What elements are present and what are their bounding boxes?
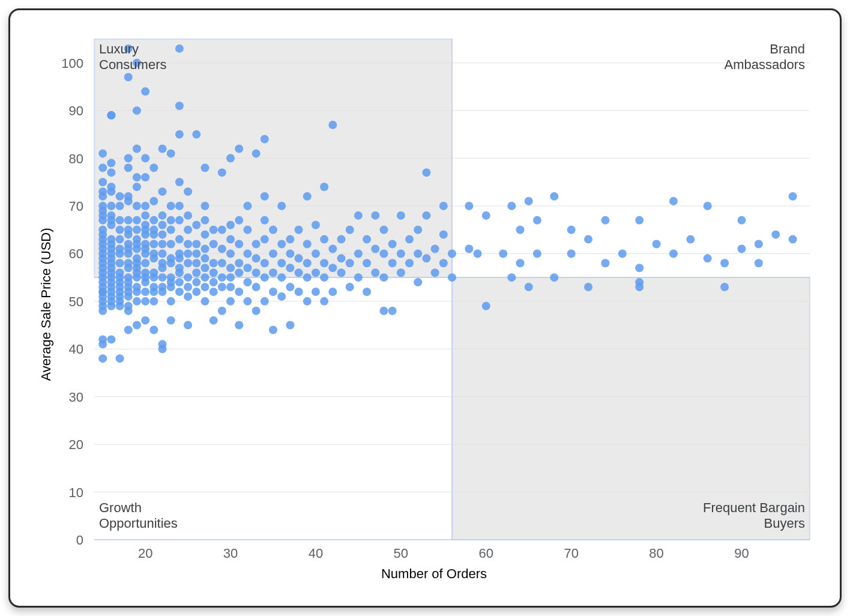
- svg-point-301: [312, 268, 320, 277]
- svg-point-321: [354, 211, 363, 220]
- y-tick-label: 50: [69, 294, 83, 309]
- svg-point-248: [226, 221, 235, 229]
- svg-point-110: [133, 297, 141, 306]
- svg-point-327: [371, 211, 379, 220]
- svg-point-369: [567, 249, 576, 258]
- svg-point-155: [149, 240, 158, 249]
- svg-point-198: [175, 101, 184, 110]
- svg-point-314: [337, 254, 346, 262]
- svg-point-263: [252, 307, 261, 315]
- svg-point-232: [209, 259, 218, 267]
- svg-point-62: [107, 211, 115, 220]
- svg-point-271: [261, 259, 269, 267]
- svg-point-120: [133, 235, 141, 244]
- y-tick-label: 40: [69, 342, 83, 357]
- svg-point-378: [635, 264, 644, 272]
- svg-point-67: [107, 159, 115, 168]
- svg-point-278: [269, 268, 277, 277]
- svg-point-138: [141, 240, 149, 249]
- svg-point-78: [116, 268, 124, 277]
- svg-point-70: [116, 354, 124, 363]
- svg-point-195: [175, 202, 184, 210]
- svg-point-325: [371, 268, 379, 277]
- svg-point-203: [184, 273, 192, 282]
- svg-point-41: [98, 178, 107, 186]
- svg-point-371: [584, 283, 592, 291]
- svg-point-176: [167, 297, 175, 306]
- svg-point-107: [124, 73, 133, 82]
- svg-point-324: [363, 235, 371, 244]
- x-tick-label: 60: [479, 546, 493, 561]
- svg-point-266: [252, 254, 261, 262]
- svg-point-294: [295, 226, 303, 234]
- svg-point-330: [379, 249, 388, 258]
- svg-point-214: [192, 249, 200, 258]
- x-tick-label: 70: [564, 546, 578, 561]
- svg-point-236: [218, 283, 226, 291]
- svg-point-194: [175, 216, 184, 225]
- plot-area: 20304050607080900102030405060708090100Lu…: [94, 39, 810, 540]
- svg-point-224: [200, 231, 209, 239]
- svg-point-238: [218, 259, 226, 267]
- svg-point-305: [320, 273, 328, 282]
- svg-point-121: [133, 226, 141, 234]
- svg-point-267: [252, 240, 261, 249]
- svg-point-209: [184, 187, 192, 196]
- svg-point-215: [192, 240, 200, 249]
- svg-point-289: [286, 249, 294, 258]
- svg-point-291: [295, 288, 303, 296]
- svg-point-112: [133, 283, 141, 291]
- svg-point-146: [141, 87, 149, 95]
- svg-point-379: [635, 216, 644, 225]
- svg-point-348: [439, 259, 448, 267]
- svg-point-367: [550, 273, 558, 282]
- svg-point-288: [286, 264, 294, 272]
- svg-point-85: [116, 202, 124, 210]
- svg-point-184: [167, 216, 175, 225]
- svg-point-290: [286, 235, 294, 244]
- svg-point-366: [533, 216, 541, 225]
- svg-point-323: [363, 259, 371, 267]
- svg-point-380: [653, 240, 661, 249]
- svg-point-283: [277, 259, 286, 267]
- svg-point-354: [465, 202, 473, 210]
- svg-point-183: [167, 226, 175, 234]
- svg-point-173: [158, 187, 167, 196]
- svg-point-174: [158, 145, 167, 153]
- svg-point-34: [98, 226, 107, 234]
- svg-point-101: [124, 226, 133, 234]
- svg-point-141: [141, 221, 149, 229]
- svg-point-279: [269, 249, 277, 258]
- svg-point-228: [209, 316, 218, 325]
- svg-point-122: [133, 216, 141, 225]
- svg-point-388: [737, 244, 746, 253]
- svg-point-179: [167, 273, 175, 282]
- svg-point-386: [720, 283, 729, 291]
- svg-point-216: [192, 221, 200, 229]
- svg-point-175: [167, 316, 175, 325]
- svg-point-334: [388, 240, 397, 249]
- svg-point-368: [550, 192, 558, 201]
- svg-point-241: [218, 168, 226, 177]
- svg-point-394: [789, 192, 797, 201]
- svg-point-202: [184, 283, 192, 291]
- svg-point-239: [218, 244, 226, 253]
- svg-point-255: [235, 216, 243, 225]
- svg-point-346: [431, 268, 439, 277]
- y-axis-label: Average Sale Price (USD): [38, 228, 54, 381]
- svg-point-344: [422, 211, 430, 220]
- svg-point-249: [226, 154, 235, 163]
- svg-point-81: [116, 244, 124, 253]
- x-tick-label: 50: [394, 546, 408, 561]
- svg-point-227: [200, 163, 209, 172]
- svg-point-365: [533, 249, 541, 258]
- svg-point-190: [175, 264, 184, 272]
- svg-point-336: [397, 249, 405, 258]
- svg-point-131: [141, 288, 149, 296]
- svg-point-105: [124, 163, 133, 172]
- svg-point-124: [133, 183, 141, 191]
- svg-point-94: [124, 273, 133, 282]
- svg-point-240: [218, 226, 226, 234]
- svg-point-356: [482, 302, 490, 310]
- y-tick-label: 60: [69, 246, 83, 261]
